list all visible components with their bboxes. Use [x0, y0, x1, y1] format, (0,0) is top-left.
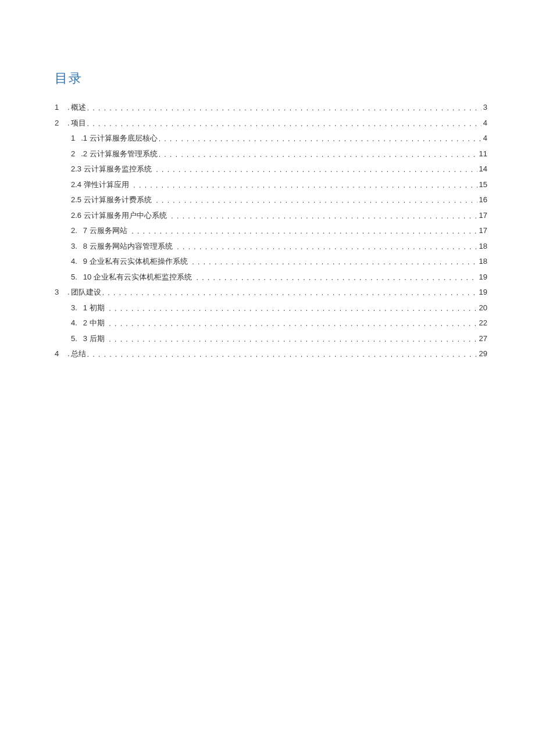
toc-page: 15 — [477, 180, 487, 189]
toc-subnum: 4. — [71, 318, 83, 327]
toc-subentry: 2.3 云计算服务监控系统 14 — [55, 164, 487, 174]
toc-leader-dots — [87, 104, 482, 112]
toc-leader-dots — [177, 243, 477, 251]
toc-entry-team: 3 . 团队建设 19 — [55, 287, 487, 298]
toc-subentry: 2.6 云计算服务用户中心系统 17 — [55, 210, 487, 221]
toc-entry-project: 2 . 项目 4 — [55, 118, 487, 128]
toc-number: 1 — [55, 103, 67, 112]
toc-page: 16 — [477, 195, 487, 204]
toc-page: 4 — [482, 134, 487, 142]
toc-label: 总结 — [71, 349, 87, 359]
toc-leader-dots — [87, 120, 482, 128]
toc-page: 19 — [477, 273, 487, 281]
toc-page: 20 — [477, 303, 487, 312]
toc-leader-dots — [197, 274, 477, 282]
toc-subentry: 5. 10 企业私有云实体机柜监控系统 19 — [55, 272, 487, 282]
toc-title: 目录 — [55, 70, 487, 87]
toc-subentry: 1 .1 云计算服务底层核心 4 — [55, 133, 487, 144]
toc-leader-dots — [87, 350, 477, 359]
toc-subentry: 2 .2 云计算服务管理系统 11 — [55, 149, 487, 159]
toc-page: 19 — [477, 288, 487, 296]
toc-subnum: 1 — [71, 134, 81, 142]
toc-entry-overview: 1 . 概述 3 — [55, 102, 487, 113]
toc-sublabel: 7 云服务网站 — [83, 225, 129, 236]
toc-subnum: 3. — [71, 242, 83, 250]
toc-leader-dots — [156, 166, 477, 174]
toc-entry-summary: 4 . 总结 29 — [55, 349, 487, 359]
toc-subentry: 4. 9 企业私有云实体机柜操作系统 18 — [55, 256, 487, 267]
toc-page: 3 — [482, 103, 487, 112]
toc-sublabel: 2 中期 — [83, 318, 106, 328]
toc-number: 4 — [55, 349, 67, 358]
toc-leader-dots — [102, 289, 477, 297]
toc-leader-dots — [159, 151, 477, 159]
toc-page: 14 — [477, 164, 487, 173]
toc-subentry: 3. 8 云服务网站内容管理系统 18 — [55, 241, 487, 252]
toc-leader-dots — [156, 196, 477, 205]
toc-number: 3 — [55, 288, 67, 296]
toc-page: 27 — [477, 334, 487, 343]
toc-page: 11 — [477, 149, 487, 158]
toc-leader-dots — [131, 227, 477, 235]
toc-sublabel: 1 初期 — [83, 303, 106, 313]
toc-leader-dots — [159, 135, 482, 143]
toc-sublabel: 2.6 云计算服务用户中心系统 — [71, 210, 168, 221]
toc-subentry: 4. 2 中期 22 — [55, 318, 487, 328]
toc-sublabel: .1 云计算服务底层核心 — [81, 133, 158, 144]
toc-subnum: 5. — [71, 334, 83, 343]
toc-leader-dots — [109, 304, 477, 313]
toc-sublabel: 8 云服务网站内容管理系统 — [83, 241, 174, 252]
toc-label: 项目 — [71, 118, 87, 128]
toc-leader-dots — [109, 320, 477, 328]
toc-page: 22 — [477, 318, 487, 327]
toc-sublabel: 2.5 云计算服务计费系统 — [71, 195, 153, 205]
toc-leader-dots — [133, 181, 477, 189]
toc-leader-dots — [192, 258, 477, 266]
toc-page: 18 — [477, 242, 487, 250]
toc-subentry: 2.5 云计算服务计费系统 16 — [55, 195, 487, 205]
toc-page: 18 — [477, 257, 487, 266]
toc-sublabel: 10 企业私有云实体机柜监控系统 — [83, 272, 193, 282]
toc-sublabel: 9 企业私有云实体机柜操作系统 — [83, 256, 189, 267]
toc-sublabel: 2.4 弹性计算应用 — [71, 180, 130, 190]
toc-sublabel: 3 后期 — [83, 334, 106, 344]
toc-leader-dots — [109, 335, 477, 343]
toc-number: 2 — [55, 119, 67, 127]
toc-subentry: 3. 1 初期 20 — [55, 303, 487, 313]
toc-sublabel: .2 云计算服务管理系统 — [81, 149, 158, 159]
toc-leader-dots — [171, 212, 477, 220]
toc-page: 17 — [477, 211, 487, 220]
toc-page: 29 — [477, 349, 487, 358]
toc-subentry: 5. 3 后期 27 — [55, 334, 487, 344]
toc-subentry: 2. 7 云服务网站 17 — [55, 225, 487, 236]
toc-subnum: 4. — [71, 257, 83, 266]
toc-subentry: 2.4 弹性计算应用 15 — [55, 180, 487, 190]
toc-page: 4 — [482, 119, 487, 127]
toc-subnum: 5. — [71, 273, 83, 281]
toc-page: 17 — [477, 226, 487, 235]
toc-subnum: 2 — [71, 149, 81, 158]
toc-subnum: 3. — [71, 303, 83, 312]
toc-label: 概述 — [71, 102, 87, 113]
toc-sublabel: 2.3 云计算服务监控系统 — [71, 164, 153, 174]
toc-subnum: 2. — [71, 226, 83, 235]
toc-label: 团队建设 — [71, 287, 102, 298]
